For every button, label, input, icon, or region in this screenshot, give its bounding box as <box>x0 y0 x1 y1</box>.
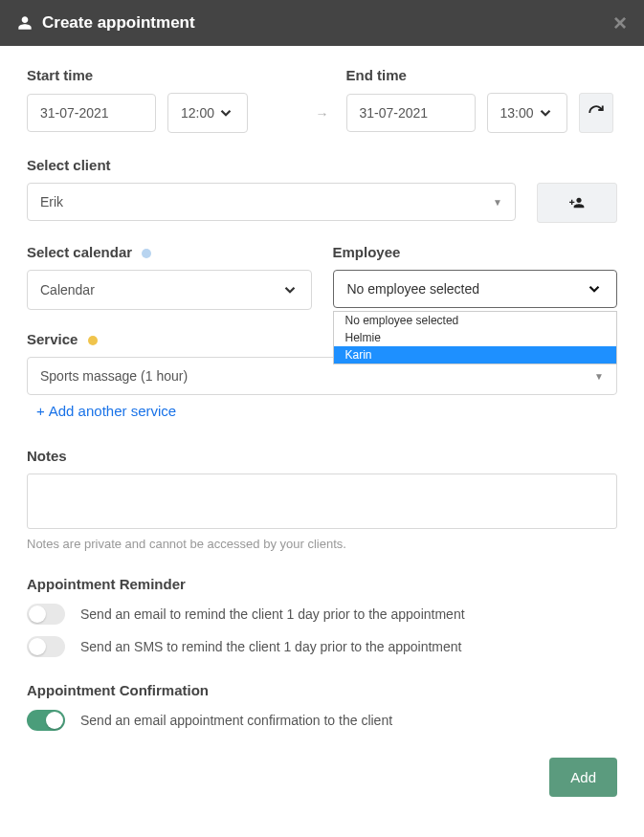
confirmation-email-toggle[interactable] <box>27 710 65 731</box>
employee-select[interactable]: No employee selected <box>333 270 618 308</box>
select-calendar-label: Select calendar <box>27 244 312 260</box>
chevron-down-icon <box>281 281 299 298</box>
select-calendar-label-text: Select calendar <box>27 244 132 260</box>
add-button[interactable]: Add <box>549 758 617 797</box>
end-time-label: End time <box>346 67 618 83</box>
end-time-col: End time 31-07-2021 13:00 <box>346 67 618 133</box>
select-client-label: Select client <box>27 157 617 173</box>
confirmation-email-row: Send an email appointment confirmation t… <box>27 710 617 731</box>
end-time-value: 13:00 <box>500 105 534 121</box>
employee-dropdown: No employee selected Helmie Karin <box>333 311 618 364</box>
plus-icon: + <box>36 403 45 419</box>
add-another-service-label: Add another service <box>49 403 176 419</box>
reminder-section: Appointment Reminder Send an email to re… <box>27 576 617 657</box>
end-date-value: 31-07-2021 <box>360 105 429 121</box>
arrow-right-icon: → <box>310 94 335 134</box>
reminder-sms-toggle[interactable] <box>27 636 65 657</box>
notes-row: Notes Notes are private and cannot be ac… <box>27 448 617 551</box>
confirmation-section: Appointment Confirmation Send an email a… <box>27 682 617 731</box>
start-time-label: Start time <box>27 67 299 83</box>
chevron-down-icon <box>217 104 234 121</box>
notes-label: Notes <box>27 448 617 464</box>
add-client-button[interactable] <box>537 183 617 223</box>
start-date-input[interactable]: 31-07-2021 <box>27 94 156 132</box>
reminder-label: Appointment Reminder <box>27 576 617 592</box>
reminder-sms-text: Send an SMS to remind the client 1 day p… <box>80 639 461 654</box>
calendar-value: Calendar <box>40 282 95 297</box>
create-appointment-modal: Create appointment × Start time 31-07-20… <box>0 0 644 818</box>
service-dot-icon <box>88 336 98 345</box>
modal-body: Start time 31-07-2021 12:00 → End time <box>0 46 644 818</box>
calendar-dot-icon <box>142 249 151 258</box>
time-row: Start time 31-07-2021 12:00 → End time <box>27 67 617 134</box>
chevron-down-icon: ▼ <box>594 371 604 382</box>
client-select[interactable]: Erik ▼ <box>27 183 516 221</box>
reminder-sms-row: Send an SMS to remind the client 1 day p… <box>27 636 617 657</box>
chevron-down-icon: ▼ <box>493 197 502 208</box>
chevron-down-icon <box>586 280 603 297</box>
employee-col: Employee No employee selected No employe… <box>333 244 618 310</box>
confirmation-email-text: Send an email appointment confirmation t… <box>80 713 392 728</box>
close-icon[interactable]: × <box>613 11 627 34</box>
reminder-email-text: Send an email to remind the client 1 day… <box>80 606 465 622</box>
employee-label: Employee <box>333 244 618 260</box>
start-time-col: Start time 31-07-2021 12:00 <box>27 67 299 133</box>
start-date-value: 31-07-2021 <box>40 105 109 121</box>
start-time-input[interactable]: 12:00 <box>167 93 248 133</box>
notes-hint: Notes are private and cannot be accessed… <box>27 537 617 551</box>
employee-option[interactable]: Karin <box>334 346 617 363</box>
calendar-col: Select calendar Calendar <box>27 244 312 310</box>
reminder-email-toggle[interactable] <box>27 604 65 625</box>
modal-footer: Add <box>27 758 617 797</box>
reminder-email-row: Send an email to remind the client 1 day… <box>27 604 617 625</box>
calendar-employee-row: Select calendar Calendar Employee No emp… <box>27 244 617 310</box>
client-value: Erik <box>40 194 63 209</box>
refresh-button[interactable] <box>579 93 613 133</box>
start-time-value: 12:00 <box>181 105 214 121</box>
service-label-text: Service <box>27 331 78 347</box>
modal-header: Create appointment × <box>0 0 644 46</box>
end-date-input[interactable]: 31-07-2021 <box>346 94 476 132</box>
notes-textarea[interactable] <box>27 474 617 529</box>
client-row: Select client Erik ▼ <box>27 157 617 223</box>
end-time-input[interactable]: 13:00 <box>487 93 567 133</box>
employee-option[interactable]: No employee selected <box>334 312 617 329</box>
calendar-select[interactable]: Calendar <box>27 270 312 310</box>
employee-option[interactable]: Helmie <box>334 329 617 346</box>
chevron-down-icon <box>537 104 554 121</box>
employee-value: No employee selected <box>347 281 480 297</box>
service-value: Sports massage (1 hour) <box>40 368 188 384</box>
modal-title: Create appointment <box>42 13 195 33</box>
add-another-service-link[interactable]: + Add another service <box>27 395 186 427</box>
person-icon <box>17 15 33 31</box>
confirmation-label: Appointment Confirmation <box>27 682 617 698</box>
